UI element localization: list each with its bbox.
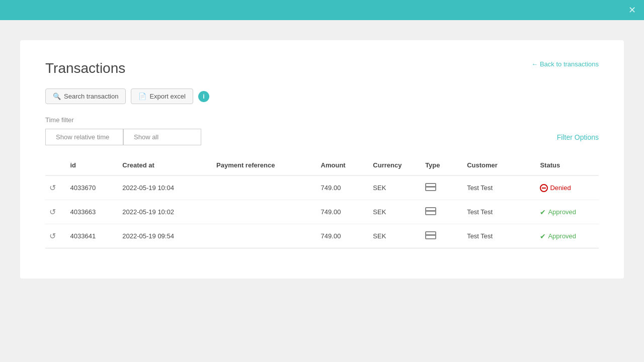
cell-currency: SEK bbox=[369, 175, 421, 200]
info-icon[interactable]: i bbox=[198, 91, 209, 102]
search-transaction-button[interactable]: 🔍 Search transaction bbox=[45, 88, 126, 104]
show-relative-time-button[interactable]: Show relative time bbox=[45, 129, 123, 145]
col-header-id: id bbox=[66, 155, 119, 175]
export-excel-button[interactable]: 📄 Export excel bbox=[131, 88, 193, 104]
col-header-type: Type bbox=[421, 155, 463, 175]
cell-created-at: 2022-05-19 10:04 bbox=[118, 175, 212, 200]
cell-type bbox=[421, 200, 463, 224]
card-icon bbox=[425, 207, 436, 215]
cell-created-at: 2022-05-19 09:54 bbox=[118, 224, 212, 248]
cell-id: 4033663 bbox=[66, 200, 119, 224]
cell-customer: Test Test bbox=[463, 175, 536, 200]
cell-type bbox=[421, 224, 463, 248]
cell-status: ✔Approved bbox=[536, 224, 599, 248]
col-header-status: Status bbox=[536, 155, 599, 175]
status-badge: ✔Approved bbox=[540, 208, 591, 216]
card-icon bbox=[425, 183, 436, 191]
cell-customer: Test Test bbox=[463, 200, 536, 224]
history-icon[interactable]: ↺ bbox=[49, 232, 56, 240]
col-header-currency: Currency bbox=[369, 155, 421, 175]
history-icon[interactable]: ↺ bbox=[49, 208, 56, 216]
table-row: ↺40336412022-05-19 09:54749.00SEKTest Te… bbox=[45, 224, 599, 248]
col-header-amount: Amount bbox=[317, 155, 369, 175]
cell-amount: 749.00 bbox=[317, 200, 369, 224]
time-filter-label: Time filter bbox=[45, 116, 599, 124]
export-excel-label: Export excel bbox=[149, 93, 186, 100]
cell-currency: SEK bbox=[369, 224, 421, 248]
topbar: ✕ bbox=[0, 0, 644, 20]
time-filter-row: Show relative time Show all Filter Optio… bbox=[45, 129, 599, 145]
cell-currency: SEK bbox=[369, 200, 421, 224]
search-transaction-label: Search transaction bbox=[64, 93, 118, 100]
filter-options-link[interactable]: Filter Options bbox=[557, 133, 599, 141]
cell-status: Denied bbox=[536, 175, 599, 200]
table-header-row: id Created at Payment reference Amount C… bbox=[45, 155, 599, 175]
status-badge: ✔Approved bbox=[540, 232, 591, 240]
table-row: ↺40336702022-05-19 10:04749.00SEKTest Te… bbox=[45, 175, 599, 200]
denied-icon bbox=[540, 184, 548, 192]
back-link[interactable]: ← Back to transactions bbox=[531, 60, 599, 68]
excel-icon: 📄 bbox=[138, 93, 146, 100]
col-header-icon bbox=[45, 155, 66, 175]
cell-payment-reference bbox=[212, 224, 317, 248]
cell-payment-reference bbox=[212, 200, 317, 224]
toolbar: 🔍 Search transaction 📄 Export excel i bbox=[45, 88, 599, 104]
cell-payment-reference bbox=[212, 175, 317, 200]
col-header-payment: Payment reference bbox=[212, 155, 317, 175]
card-icon bbox=[425, 231, 436, 239]
cell-customer: Test Test bbox=[463, 224, 536, 248]
cell-id: 4033641 bbox=[66, 224, 119, 248]
check-icon: ✔ bbox=[540, 232, 546, 240]
close-icon[interactable]: ✕ bbox=[628, 5, 636, 16]
col-header-created: Created at bbox=[118, 155, 212, 175]
cell-amount: 749.00 bbox=[317, 224, 369, 248]
time-filter-buttons: Show relative time Show all bbox=[45, 129, 201, 145]
table-row: ↺40336632022-05-19 10:02749.00SEKTest Te… bbox=[45, 200, 599, 224]
main-container: ← Back to transactions Transactions 🔍 Se… bbox=[0, 20, 644, 362]
content-card: ← Back to transactions Transactions 🔍 Se… bbox=[20, 40, 624, 279]
cell-status: ✔Approved bbox=[536, 200, 599, 224]
row-refresh-icon[interactable]: ↺ bbox=[45, 200, 66, 224]
history-icon[interactable]: ↺ bbox=[49, 184, 56, 192]
show-all-button[interactable]: Show all bbox=[123, 129, 201, 145]
search-icon: 🔍 bbox=[53, 93, 61, 100]
cell-type bbox=[421, 175, 463, 200]
col-header-customer: Customer bbox=[463, 155, 536, 175]
cell-amount: 749.00 bbox=[317, 175, 369, 200]
cell-id: 4033670 bbox=[66, 175, 119, 200]
page-title: Transactions bbox=[45, 60, 599, 76]
status-badge: Denied bbox=[540, 184, 591, 192]
cell-created-at: 2022-05-19 10:02 bbox=[118, 200, 212, 224]
time-filter-section: Time filter Show relative time Show all … bbox=[45, 116, 599, 145]
check-icon: ✔ bbox=[540, 208, 546, 216]
transactions-table: id Created at Payment reference Amount C… bbox=[45, 155, 599, 248]
row-refresh-icon[interactable]: ↺ bbox=[45, 224, 66, 248]
row-refresh-icon[interactable]: ↺ bbox=[45, 175, 66, 200]
